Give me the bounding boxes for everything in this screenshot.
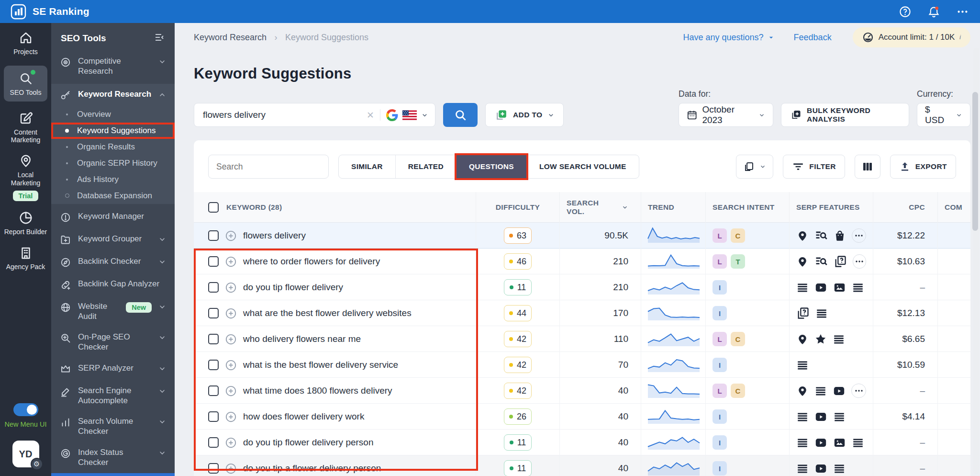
notifications-bell-icon[interactable] [926, 4, 941, 19]
keyword-search-input[interactable] [203, 110, 367, 120]
more-features-icon[interactable] [852, 228, 866, 243]
row-checkbox[interactable] [208, 256, 219, 267]
sidebar-item-keyword-manager[interactable]: Keyword Manager [51, 206, 175, 228]
add-keyword-icon[interactable] [225, 307, 237, 319]
add-keyword-icon[interactable] [225, 385, 237, 397]
account-limit-badge[interactable]: Account limit: 1 / 10Ki [853, 27, 970, 47]
keyword-text[interactable]: what are the best flower delivery websit… [243, 308, 412, 318]
keyword-search-box[interactable]: ✕ [194, 103, 435, 127]
table-search-input[interactable] [216, 162, 324, 172]
scrollbar-track[interactable] [973, 48, 979, 474]
rail-item-seo-tools[interactable]: SEO Tools [4, 66, 47, 102]
sidebar-item-ads-history[interactable]: Ads History [51, 171, 175, 188]
tab-low-search-volume[interactable]: LOW SEARCH VOLUME [527, 155, 639, 178]
column-serp-features[interactable]: SERP FEATURES [790, 192, 873, 223]
table-row[interactable]: what is the best flower delivery service… [194, 352, 970, 378]
row-checkbox[interactable] [208, 437, 219, 448]
help-icon[interactable] [898, 4, 912, 19]
column-difficulty[interactable]: DIFFICULTY [476, 192, 560, 223]
table-row[interactable]: flowers delivery 63 90.5K LC $12.22 [194, 223, 970, 249]
row-checkbox[interactable] [208, 282, 219, 293]
currency-dropdown[interactable]: $ USD [917, 103, 970, 127]
table-row[interactable]: do you tip a flower delivery person 11 4… [194, 455, 970, 476]
keyword-text[interactable]: how does flower delivery work [243, 411, 364, 422]
rail-item-projects[interactable]: Projects [0, 31, 51, 56]
sidebar-item-overview[interactable]: Overview [51, 106, 175, 123]
tab-similar[interactable]: SIMILAR [339, 155, 396, 178]
column-trend[interactable]: TREND [641, 192, 706, 223]
have-questions-link[interactable]: Have any questions? [683, 33, 774, 43]
table-row[interactable]: how does flower delivery work 26 40 I $4… [194, 404, 970, 430]
tab-related[interactable]: RELATED [396, 155, 457, 178]
sidebar-item-organic-serp-history[interactable]: Organic SERP History [51, 155, 175, 171]
more-features-icon[interactable] [851, 384, 866, 398]
feedback-link[interactable]: Feedback [794, 33, 832, 43]
sidebar-item-serp-analyzer[interactable]: SERP Analyzer [51, 358, 175, 380]
sidebar-item-backlink-gap-analyzer[interactable]: Backlink Gap Analyzer [51, 273, 175, 296]
sidebar-item-on-page-seo-checker[interactable]: On-Page SEO Checker [51, 327, 175, 358]
period-dropdown[interactable]: October 2023 [679, 103, 773, 127]
new-menu-toggle[interactable] [13, 403, 38, 416]
keyword-text[interactable]: do you tip flower delivery person [243, 437, 373, 448]
sidebar-item-database-expansion[interactable]: Database Expansion [51, 188, 175, 204]
sidebar-item-organic-results[interactable]: Organic Results [51, 139, 175, 155]
row-checkbox[interactable] [208, 385, 219, 396]
sidebar-item-search-volume-checker[interactable]: Search Volume Checker [51, 411, 175, 442]
add-keyword-icon[interactable] [225, 282, 237, 294]
filter-button[interactable]: FILTER [783, 155, 845, 179]
add-keyword-icon[interactable] [225, 256, 237, 268]
breadcrumb-keyword-research[interactable]: Keyword Research [194, 33, 267, 42]
rail-item-content-marketing[interactable]: Content Marketing [0, 111, 51, 145]
add-to-button[interactable]: ADD TO [485, 103, 564, 127]
scrollbar-thumb[interactable] [972, 92, 978, 231]
keyword-text[interactable]: flowers delivery [243, 230, 306, 241]
add-keyword-icon[interactable] [225, 437, 237, 449]
row-checkbox[interactable] [208, 308, 219, 318]
keyword-text[interactable]: do you tip flower delivery [243, 282, 343, 293]
add-keyword-icon[interactable] [225, 230, 237, 242]
table-row[interactable]: do you tip flower delivery 11 210 I – [194, 274, 970, 300]
table-row[interactable]: what are the best flower delivery websit… [194, 300, 970, 326]
row-checkbox[interactable] [208, 334, 219, 344]
export-button[interactable]: EXPORT [890, 155, 956, 179]
table-row[interactable]: where to order flowers for delivery 46 2… [194, 249, 970, 274]
rail-item-report-builder[interactable]: Report Builder [0, 211, 51, 236]
columns-button[interactable] [855, 155, 880, 179]
column-keyword[interactable]: KEYWORD (28) [226, 203, 282, 212]
sidebar-item-keyword-research[interactable]: Keyword Research [51, 84, 175, 106]
keyword-text[interactable]: where to order flowers for delivery [243, 256, 380, 267]
rail-item-local-marketing[interactable]: Local Marketing Trial [0, 154, 51, 201]
sidebar-item-index-status-checker[interactable]: Index Status Checker [51, 442, 175, 473]
row-checkbox[interactable] [208, 411, 219, 422]
row-checkbox[interactable] [208, 360, 219, 370]
sidebar-item-competitive-research[interactable]: Competitive Research [51, 51, 175, 82]
bulk-keyword-analysis-button[interactable]: BULK KEYWORD ANALYSIS [781, 103, 909, 127]
table-row[interactable]: what time does 1800 flowers delivery 42 … [194, 378, 970, 404]
clear-search-icon[interactable]: ✕ [367, 110, 374, 121]
column-competition[interactable]: COM [938, 192, 970, 223]
gear-icon[interactable]: ⚙ [31, 458, 43, 470]
copy-button[interactable] [736, 155, 773, 179]
keyword-text[interactable]: what time does 1800 flowers delivery [243, 385, 392, 396]
keyword-text[interactable]: do you tip a flower delivery person [243, 463, 381, 474]
collapse-sidebar-icon[interactable] [154, 32, 165, 45]
sidebar-item-keyword-suggestions[interactable]: Keyword Suggestions [51, 123, 175, 139]
table-search-box[interactable] [208, 155, 329, 179]
more-menu-icon[interactable] [955, 4, 969, 19]
add-keyword-icon[interactable] [225, 411, 237, 423]
column-search-volume[interactable]: SEARCH VOL. [560, 192, 641, 223]
keyword-text[interactable]: what is the best flower delivery service [243, 360, 398, 370]
sidebar-item-backlink-checker[interactable]: Backlink Checker [51, 251, 175, 273]
row-checkbox[interactable] [208, 463, 219, 474]
table-row[interactable]: who delivery flowers near me 42 110 LC $… [194, 326, 970, 352]
sidebar-item-search-engine-autocomplete[interactable]: Search Engine Autocomplete [51, 380, 175, 411]
add-keyword-icon[interactable] [225, 463, 237, 475]
column-search-intent[interactable]: SEARCH INTENT [706, 192, 790, 223]
table-row[interactable]: do you tip flower delivery person 11 40 … [194, 430, 970, 455]
rail-item-agency-pack[interactable]: Agency Pack [0, 246, 51, 271]
add-keyword-icon[interactable] [225, 359, 237, 371]
row-checkbox[interactable] [208, 230, 219, 241]
search-engine-selector[interactable] [386, 109, 428, 121]
keyword-text[interactable]: who delivery flowers near me [243, 334, 361, 344]
search-button[interactable] [443, 103, 478, 127]
